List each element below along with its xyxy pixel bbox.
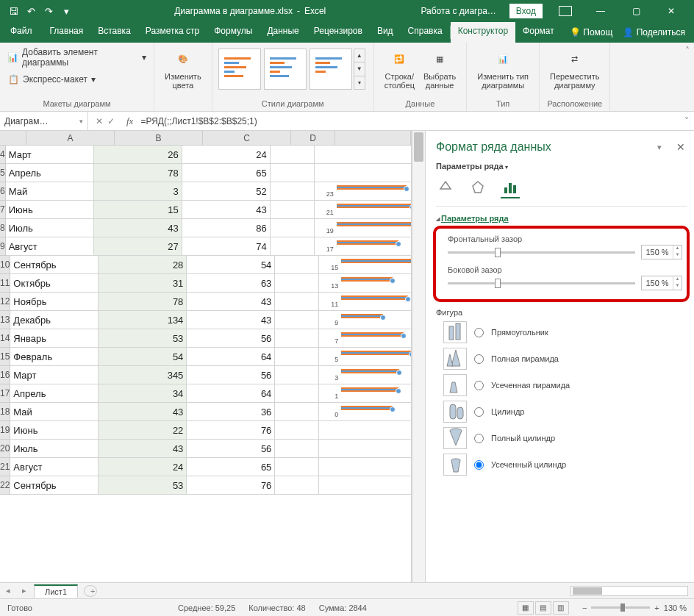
gap-depth-slider[interactable]: [448, 251, 635, 254]
row-header[interactable]: 11: [0, 274, 10, 293]
series-options-tab-icon[interactable]: [501, 179, 520, 198]
share-button[interactable]: 👤 Поделиться: [623, 27, 685, 37]
chart-overlay[interactable]: [315, 164, 411, 182]
tab-file[interactable]: Файл: [0, 22, 43, 43]
chart-overlay[interactable]: [315, 146, 411, 164]
cell[interactable]: 36: [187, 403, 275, 421]
cell[interactable]: [275, 421, 319, 440]
select-all-corner[interactable]: [0, 131, 26, 145]
zoom-level[interactable]: 130 %: [664, 604, 687, 612]
cell[interactable]: 78: [94, 164, 182, 182]
row-header[interactable]: 10: [0, 256, 10, 274]
save-icon[interactable]: 🖫: [7, 5, 19, 17]
add-chart-element-button[interactable]: 📊Добавить элемент диаграммы ▾: [6, 46, 148, 69]
accept-formula-icon[interactable]: ✓: [107, 116, 115, 126]
effects-tab-icon[interactable]: [468, 179, 487, 198]
chart-overlay[interactable]: 19: [315, 219, 411, 237]
chart-overlay[interactable]: 3: [319, 366, 411, 384]
select-data-button[interactable]: ▦Выбрать данные: [419, 46, 460, 91]
shape-radio[interactable]: [474, 381, 484, 390]
series-options-dropdown[interactable]: Параметры ряда: [436, 160, 687, 176]
cell[interactable]: 76: [187, 476, 275, 495]
cell[interactable]: 86: [182, 219, 271, 237]
row-header[interactable]: 14: [0, 329, 10, 348]
change-colors-button[interactable]: 🎨Изменить цвета: [160, 46, 206, 91]
chart-overlay[interactable]: 15: [319, 256, 411, 274]
cell[interactable]: 64: [187, 384, 275, 403]
cell[interactable]: 53: [99, 329, 187, 348]
chart-overlay[interactable]: 13: [319, 274, 411, 293]
sheet-tab-1[interactable]: Лист1: [34, 584, 78, 598]
cell[interactable]: 22: [99, 421, 187, 440]
cell[interactable]: 52: [182, 182, 271, 201]
cell[interactable]: Июнь: [10, 421, 99, 440]
shape-option[interactable]: Усеченный цилиндр: [443, 454, 687, 476]
cell[interactable]: 54: [187, 256, 275, 274]
gap-depth-input[interactable]: 150 %▲▼: [641, 245, 682, 259]
cell[interactable]: [271, 237, 315, 256]
gap-width-input[interactable]: 150 %▲▼: [641, 276, 682, 290]
cell[interactable]: [275, 440, 319, 458]
chart-overlay[interactable]: 1: [319, 384, 411, 403]
chart-overlay[interactable]: 0: [319, 403, 411, 421]
worksheet-grid[interactable]: A B C D 4Март26245Апрель78656Май352237Ию…: [0, 131, 412, 582]
cell[interactable]: Июнь: [6, 201, 94, 219]
cell[interactable]: 28: [99, 256, 187, 274]
row-header[interactable]: 7: [0, 201, 6, 219]
tab-format[interactable]: Формат: [515, 22, 562, 43]
vertical-scrollbar[interactable]: [412, 131, 425, 582]
redo-icon[interactable]: ↷: [43, 5, 54, 17]
sheet-nav-prev-icon[interactable]: ◂: [0, 586, 16, 595]
chart-overlay[interactable]: [319, 458, 411, 476]
tab-view[interactable]: Вид: [370, 22, 401, 43]
cancel-formula-icon[interactable]: ✕: [96, 116, 103, 126]
tell-me-icon[interactable]: 💡 Помощ: [570, 27, 612, 37]
cell[interactable]: [275, 274, 319, 293]
normal-view-icon[interactable]: ▦: [518, 601, 534, 615]
cell[interactable]: [271, 146, 315, 164]
style-thumb-2[interactable]: [264, 49, 307, 90]
cell[interactable]: Август: [10, 458, 99, 476]
cell[interactable]: Март: [10, 366, 99, 384]
row-header[interactable]: 12: [0, 293, 10, 311]
shape-radio[interactable]: [474, 434, 484, 443]
cell[interactable]: Февраль: [10, 348, 99, 366]
cell[interactable]: [275, 311, 319, 329]
shape-option[interactable]: Цилиндр: [443, 401, 687, 423]
camera-icon[interactable]: ▾: [60, 5, 72, 17]
tab-data[interactable]: Данные: [260, 22, 306, 43]
col-b[interactable]: B: [115, 131, 203, 145]
row-header[interactable]: 4: [0, 146, 6, 164]
pane-options-icon[interactable]: ▾: [656, 141, 663, 154]
cell[interactable]: 27: [94, 237, 182, 256]
switch-row-col-button[interactable]: 🔁Строка/ столбец: [380, 46, 419, 91]
shape-option[interactable]: Полный цилиндр: [443, 427, 687, 449]
row-header[interactable]: 15: [0, 348, 10, 366]
maximize-icon[interactable]: ▢: [619, 0, 653, 22]
col-c[interactable]: C: [203, 131, 291, 145]
cell[interactable]: 76: [187, 421, 275, 440]
shape-radio[interactable]: [474, 407, 484, 417]
cell[interactable]: 43: [99, 403, 187, 421]
chart-overlay[interactable]: 5: [319, 348, 411, 366]
chart-overlay[interactable]: [319, 440, 411, 458]
name-box[interactable]: Диаграм…▾: [0, 112, 88, 130]
move-chart-button[interactable]: ⇄Переместить диаграмму: [545, 46, 604, 91]
tab-insert[interactable]: Вставка: [90, 22, 138, 43]
cell[interactable]: Июль: [6, 219, 94, 237]
pane-close-icon[interactable]: ✕: [663, 140, 687, 154]
zoom-slider[interactable]: [591, 606, 650, 609]
cell[interactable]: [275, 366, 319, 384]
cell[interactable]: [271, 201, 315, 219]
quick-layout-button[interactable]: 📋Экспресс-макет ▾: [6, 72, 148, 87]
cell[interactable]: [275, 293, 319, 311]
cell[interactable]: 56: [187, 440, 275, 458]
add-sheet-button[interactable]: +: [84, 585, 97, 597]
shape-option[interactable]: Прямоугольник: [443, 321, 687, 343]
shape-radio[interactable]: [474, 328, 484, 337]
horizontal-scrollbar[interactable]: [570, 586, 688, 596]
cell[interactable]: 65: [187, 458, 275, 476]
cell[interactable]: 26: [94, 146, 182, 164]
cell[interactable]: Сентябрь: [10, 256, 99, 274]
cell[interactable]: 43: [182, 201, 271, 219]
